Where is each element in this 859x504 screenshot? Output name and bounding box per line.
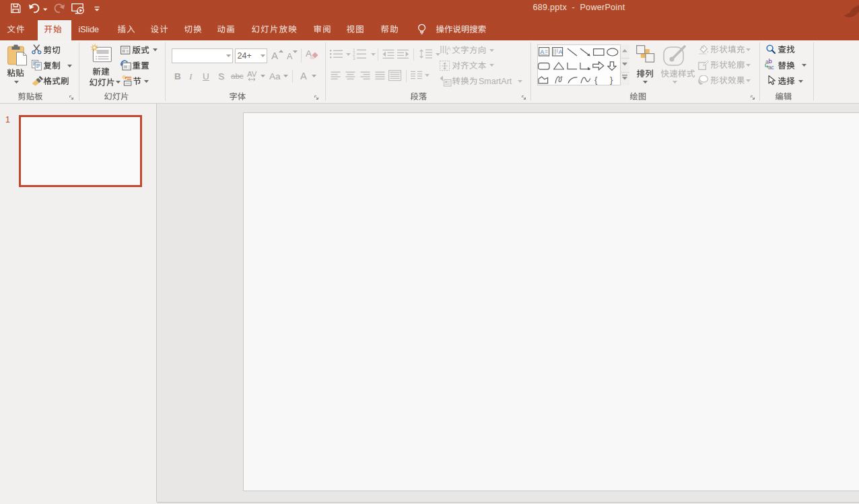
svg-text:A: A	[559, 48, 563, 55]
svg-text:A: A	[541, 48, 545, 55]
svg-text:3: 3	[353, 56, 355, 60]
svg-text:A: A	[447, 45, 451, 52]
